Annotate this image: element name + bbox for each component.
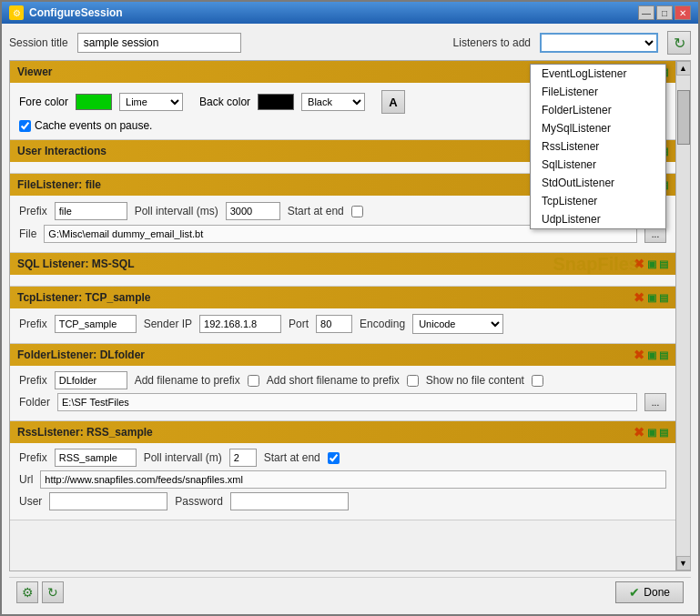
window-icon: ⚙ [9, 5, 24, 20]
tcp-prefix-label: Prefix [19, 318, 47, 330]
folder-expand-icon[interactable]: ▣ [647, 349, 656, 361]
folder-add-short-label: Add short filename to prefix [267, 374, 400, 387]
folder-no-file-label: Show no file content [426, 374, 524, 387]
tcp-expand-icon[interactable]: ▣ [647, 292, 656, 304]
refresh-button[interactable]: ↻ [667, 31, 691, 55]
file-start-checkbox[interactable] [351, 206, 363, 217]
rss-collapse-icon[interactable]: ▤ [659, 427, 668, 439]
close-button[interactable]: ✕ [675, 5, 691, 20]
rss-expand-icon[interactable]: ▣ [647, 427, 656, 439]
folder-listener-header: FolderListener: DLfolder ✖ ▣ ▤ [10, 344, 675, 366]
tcp-listener-section: TcpListener: TCP_sample ✖ ▣ ▤ Prefix Sen… [10, 287, 675, 344]
folder-add-short-checkbox[interactable] [407, 375, 419, 387]
folder-listener-title: FolderListener: DLfolder [17, 348, 145, 361]
sql-listener-header: SQL Listener: MS-SQL SnapFiles ✖ ▣ ▤ [10, 253, 675, 275]
dropdown-item-sql[interactable]: SqlListener [531, 156, 665, 174]
minimize-button[interactable]: — [638, 5, 654, 20]
folder-collapse-icon[interactable]: ▤ [659, 349, 668, 361]
fore-color-swatch[interactable] [76, 94, 112, 110]
sql-listener-icons: ✖ ▣ ▤ [634, 257, 668, 271]
tcp-encoding-select[interactable]: Unicode [412, 314, 503, 334]
rss-prefix-input[interactable] [55, 449, 137, 467]
main-window: ⚙ ConfigureSession — □ ✕ Session title L… [0, 0, 700, 616]
file-listener-title: FileListener: file [17, 178, 101, 191]
tcp-sender-input[interactable] [199, 315, 281, 333]
rss-poll-input[interactable] [229, 449, 257, 467]
main-scrollbar[interactable]: ▲ ▼ [675, 61, 690, 571]
rss-password-label: Password [175, 495, 223, 508]
file-poll-input[interactable] [226, 202, 280, 220]
bottom-bar: ⚙ ↻ ✔ Done [9, 577, 691, 607]
folder-prefix-label: Prefix [19, 374, 47, 387]
tcp-listener-title: TcpListener: TCP_sample [17, 291, 150, 304]
rss-user-input[interactable] [49, 492, 167, 510]
tcp-row: Prefix Sender IP Port Encoding Unicode [19, 314, 666, 334]
folder-remove-icon[interactable]: ✖ [634, 348, 644, 362]
rss-url-label: Url [19, 473, 33, 486]
sql-listener-title: SQL Listener: MS-SQL [17, 258, 134, 270]
listeners-dropdown-open[interactable]: EventLogListener FileListener FolderList… [530, 64, 666, 229]
tcp-listener-body: Prefix Sender IP Port Encoding Unicode [10, 308, 675, 344]
done-label: Done [644, 586, 670, 599]
scroll-down-arrow[interactable]: ▼ [676, 556, 691, 571]
folder-prefix-input[interactable] [55, 371, 127, 389]
scroll-up-arrow[interactable]: ▲ [676, 61, 691, 76]
fore-color-select[interactable]: Lime [119, 93, 183, 111]
tcp-remove-icon[interactable]: ✖ [634, 290, 644, 305]
bottom-icon2[interactable]: ↻ [42, 581, 64, 603]
session-title-label: Session title [9, 36, 68, 49]
rss-url-input[interactable] [40, 470, 666, 489]
folder-browse-button[interactable]: ... [644, 393, 666, 411]
folder-path-label: Folder [19, 396, 50, 409]
dropdown-item-udp[interactable]: UdpListener [531, 210, 665, 228]
maximize-button[interactable]: □ [656, 5, 673, 20]
dropdown-item-file[interactable]: FileListener [531, 83, 665, 101]
dropdown-item-mysql[interactable]: MySqlListener [531, 119, 665, 137]
window-title: ConfigureSession [29, 6, 633, 19]
dropdown-item-stdout[interactable]: StdOutListener [531, 174, 665, 192]
folder-no-file-checkbox[interactable] [532, 375, 543, 387]
listeners-to-add-label: Listeners to add [453, 36, 531, 49]
folder-listener-icons: ✖ ▣ ▤ [634, 348, 668, 362]
cache-checkbox[interactable] [19, 120, 31, 132]
tcp-listener-icons: ✖ ▣ ▤ [634, 290, 668, 305]
rss-remove-icon[interactable]: ✖ [634, 425, 644, 439]
done-button[interactable]: ✔ Done [615, 581, 684, 603]
dropdown-item-tcp[interactable]: TcpListener [531, 192, 665, 210]
dropdown-item-eventlog[interactable]: EventLogListener [531, 65, 665, 83]
dropdown-item-folder[interactable]: FolderListener [531, 101, 665, 119]
font-button[interactable]: A [381, 90, 405, 114]
bottom-icon1[interactable]: ⚙ [16, 581, 38, 603]
sql-expand-icon[interactable]: ▣ [647, 258, 656, 270]
scroll-thumb[interactable] [677, 90, 690, 145]
sql-collapse-icon[interactable]: ▤ [659, 258, 668, 270]
file-start-label: Start at end [288, 205, 344, 217]
rss-password-input[interactable] [230, 492, 349, 510]
session-title-input[interactable] [77, 33, 241, 53]
back-color-swatch[interactable] [258, 94, 294, 110]
top-bar: Session title Listeners to add ↻ [9, 31, 691, 55]
listeners-dropdown[interactable] [540, 33, 658, 53]
file-prefix-input[interactable] [55, 202, 127, 220]
tcp-port-input[interactable] [316, 315, 352, 333]
tcp-prefix-input[interactable] [55, 315, 137, 333]
folder-path-row: Folder ... [19, 393, 666, 411]
fore-color-label: Fore color [19, 96, 68, 108]
folder-listener-section: FolderListener: DLfolder ✖ ▣ ▤ Prefix Ad… [10, 344, 675, 421]
rss-start-label: Start at end [264, 451, 320, 464]
folder-add-filename-checkbox[interactable] [248, 375, 259, 387]
dropdown-item-rss[interactable]: RssListener [531, 137, 665, 156]
back-color-select[interactable]: Black [301, 93, 365, 111]
viewer-title: Viewer [17, 66, 52, 78]
file-path-label: File [19, 227, 36, 240]
tcp-port-label: Port [289, 318, 309, 330]
rss-listener-icons: ✖ ▣ ▤ [634, 425, 668, 439]
folder-top-row: Prefix Add filename to prefix Add short … [19, 371, 666, 389]
rss-top-row: Prefix Poll intervall (m) Start at end [19, 449, 666, 467]
tcp-collapse-icon[interactable]: ▤ [659, 292, 668, 304]
window-controls: — □ ✕ [638, 5, 691, 20]
bottom-action-icons: ⚙ ↻ [16, 581, 64, 603]
rss-start-checkbox[interactable] [328, 452, 340, 464]
folder-path-input[interactable] [57, 393, 637, 411]
sql-remove-icon[interactable]: ✖ [634, 257, 644, 271]
